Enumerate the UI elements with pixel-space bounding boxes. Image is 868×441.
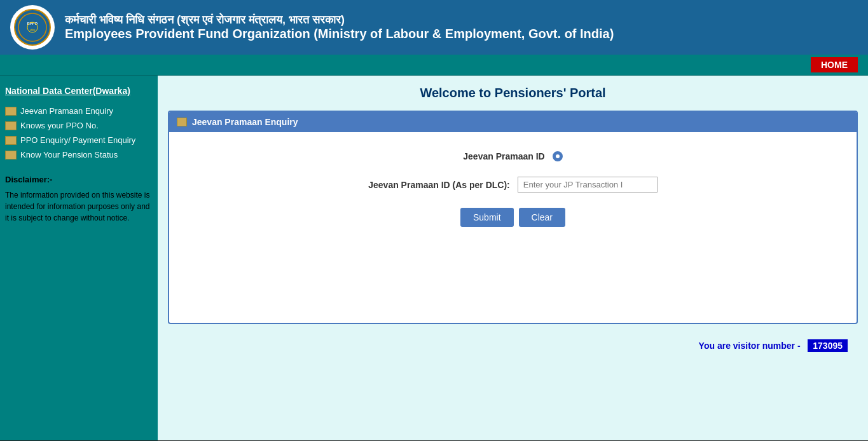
menu-icon-1 — [5, 107, 17, 116]
visitor-count: 173095 — [808, 339, 848, 352]
logo: EPFO भविष्य — [10, 5, 55, 50]
clear-button[interactable]: Clear — [519, 208, 565, 227]
disclaimer-text: The information provided on this website… — [5, 189, 153, 224]
visitor-label: You are visitor number - — [699, 341, 801, 351]
form-header-icon — [177, 118, 187, 126]
button-row: Submit Clear — [182, 208, 844, 227]
sidebar-item-ppo-no[interactable]: Knows your PPO No. — [5, 121, 153, 130]
sidebar-item-jeevan-pramaan[interactable]: Jeevan Pramaan Enquiry — [5, 106, 153, 116]
sidebar: National Data Center(Dwarka) Jeevan Pram… — [0, 76, 158, 440]
disclaimer-title: Disclaimer:- — [5, 175, 153, 184]
header-hindi-title: कर्मचारी भविष्य निधि संगठन (श्रम एवं रोज… — [65, 13, 614, 27]
svg-text:भविष्य: भविष्य — [30, 29, 36, 32]
jp-transaction-input[interactable] — [518, 177, 658, 193]
radio-label: Jeevan Pramaan ID — [463, 151, 544, 161]
sidebar-item-ppo-enquiry[interactable]: PPO Enquiry/ Payment Enquiry — [5, 135, 153, 145]
page-title: Welcome to Pensioners' Portal — [168, 86, 858, 100]
input-row: Jeevan Pramaan ID (As per DLC): — [182, 177, 844, 193]
content-area: Welcome to Pensioners' Portal Jeevan Pra… — [158, 76, 868, 440]
menu-icon-4 — [5, 151, 17, 159]
header: EPFO भविष्य कर्मचारी भविष्य निधि संगठन (… — [0, 0, 868, 55]
svg-point-0 — [15, 10, 50, 45]
menu-icon-2 — [5, 121, 17, 130]
visitor-row: You are visitor number - 173095 — [168, 334, 858, 357]
menu-icon-3 — [5, 136, 17, 145]
form-card-header: Jeevan Pramaan Enquiry — [169, 112, 857, 132]
sidebar-item-pension-status[interactable]: Know Your Pension Status — [5, 150, 153, 159]
field-label: Jeevan Pramaan ID (As per DLC): — [368, 180, 510, 190]
sidebar-menu: Jeevan Pramaan Enquiry Knows your PPO No… — [5, 106, 153, 159]
header-english-title: Employees Provident Fund Organization (M… — [65, 27, 614, 41]
navbar: HOME — [0, 55, 868, 76]
main-layout: National Data Center(Dwarka) Jeevan Pram… — [0, 76, 868, 440]
form-card-body: Jeevan Pramaan ID Jeevan Pramaan ID (As … — [169, 132, 857, 323]
submit-button[interactable]: Submit — [460, 208, 514, 227]
home-button[interactable]: HOME — [811, 57, 858, 72]
disclaimer-section: Disclaimer:- The information provided on… — [5, 175, 153, 224]
header-text: कर्मचारी भविष्य निधि संगठन (श्रम एवं रोज… — [65, 13, 614, 41]
sidebar-title[interactable]: National Data Center(Dwarka) — [5, 86, 153, 96]
form-card: Jeevan Pramaan Enquiry Jeevan Pramaan ID… — [168, 111, 858, 324]
jeevan-pramaan-radio[interactable] — [553, 151, 563, 161]
radio-row: Jeevan Pramaan ID — [182, 151, 844, 161]
